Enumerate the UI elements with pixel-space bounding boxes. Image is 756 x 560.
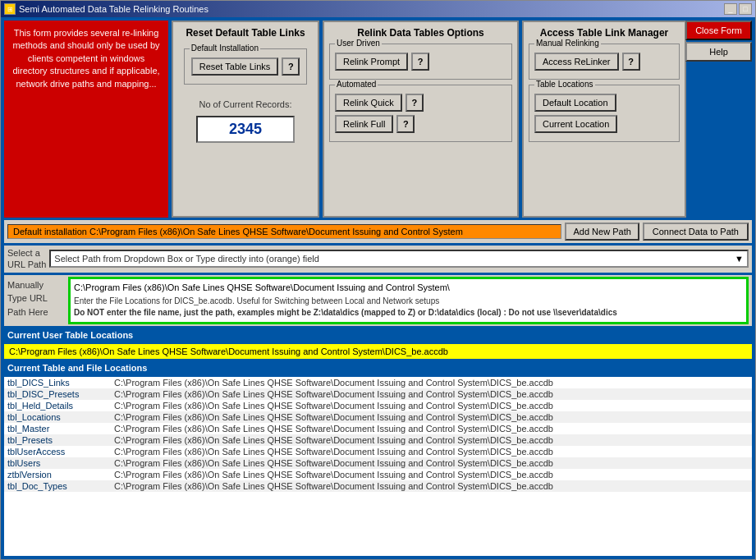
manual-relinking-label: Manual Relinking (534, 39, 601, 48)
help-btn[interactable]: Help (685, 42, 752, 62)
table-rows-container: tbl_DICS_LinksC:\Program Files (x86)\On … (4, 377, 752, 556)
manual-hint-line2: Do NOT enter the file name, just the pat… (74, 307, 743, 319)
minimize-btn[interactable]: _ (724, 3, 737, 15)
manual-relinking-group: Manual Relinking Access ReLinker ? (529, 44, 680, 80)
table-name: tbl_Doc_Types (7, 481, 114, 491)
manual-label-line2: Type URL (7, 291, 68, 305)
url-dropdown[interactable]: Select Path from Dropdown Box or Type di… (49, 250, 749, 268)
table-path: C:\Program Files (x86)\On Safe Lines QHS… (114, 447, 553, 457)
reset-section: Reset Default Table Links Default Instal… (172, 21, 319, 218)
automated-group: Automated Relink Quick ? Relink Full ? (329, 85, 512, 142)
top-row: This form provides several re-linking me… (4, 21, 752, 218)
url-label-line2: URL Path (7, 259, 46, 270)
table-name: tbl_Locations (7, 412, 114, 422)
user-driven-label: User Driven (335, 39, 382, 48)
table-row: tbl_DISC_PresetsC:\Program Files (x86)\O… (4, 388, 752, 400)
title-bar-left: ⊞ Semi Automated Data Table Relinking Ro… (4, 3, 208, 15)
table-path: C:\Program Files (x86)\On Safe Lines QHS… (114, 401, 553, 411)
manual-label-line1: Manually (7, 278, 68, 292)
current-user-path: C:\Program Files (x86)\On Safe Lines QHS… (4, 344, 752, 359)
table-name: tblUsers (7, 458, 114, 468)
table-name: tbl_Master (7, 424, 114, 434)
table-locations-label: Table Locations (534, 80, 595, 89)
main-content: This form provides several re-linking me… (1, 17, 755, 559)
maximize-btn[interactable]: □ (739, 3, 752, 15)
group-label: Default Installation (190, 44, 260, 53)
title-bar-controls: _ □ (724, 3, 752, 15)
manual-path-input[interactable] (74, 282, 743, 292)
table-locations-group: Table Locations Default Location Current… (529, 85, 680, 142)
table-name: tbl_Held_Details (7, 401, 114, 411)
relink-full-btn[interactable]: Relink Full (335, 115, 393, 133)
window-title: Semi Automated Data Table Relinking Rout… (19, 4, 208, 14)
manual-input-container: Enter the File Locations for DICS_be.aco… (68, 277, 749, 324)
info-box: This form provides several re-linking me… (4, 21, 168, 218)
reset-table-links-btn[interactable]: Reset Table Links (191, 57, 279, 76)
table-name: tblUserAccess (7, 447, 114, 457)
dropdown-arrow-icon: ▼ (735, 254, 744, 264)
table-row: tbl_DICS_LinksC:\Program Files (x86)\On … (4, 377, 752, 388)
reset-section-title: Reset Default Table Links (186, 27, 305, 39)
connect-data-to-path-btn[interactable]: Connect Data to Path (643, 223, 749, 241)
main-window: ⊞ Semi Automated Data Table Relinking Ro… (0, 0, 756, 560)
table-name: tbl_DICS_Links (7, 378, 114, 388)
automated-label: Automated (335, 80, 378, 89)
relink-section: Relink Data Tables Options User Driven R… (323, 21, 519, 218)
table-name: tbl_DISC_Presets (7, 389, 114, 399)
table-row: tblUsersC:\Program Files (x86)\On Safe L… (4, 457, 752, 469)
table-path: C:\Program Files (x86)\On Safe Lines QHS… (114, 424, 553, 434)
records-value: 2345 (196, 116, 295, 143)
access-section-title: Access Table Link Manager (529, 27, 680, 39)
path-row: Default installation C:\Program Files (x… (4, 220, 752, 243)
url-label-line1: Select a (7, 247, 46, 259)
table-path: C:\Program Files (x86)\On Safe Lines QHS… (114, 481, 553, 491)
relink-quick-help-btn[interactable]: ? (405, 94, 424, 112)
table-path: C:\Program Files (x86)\On Safe Lines QHS… (114, 378, 553, 388)
add-new-path-btn[interactable]: Add New Path (565, 223, 639, 241)
manual-hint: Enter the File Locations for DICS_be.aco… (74, 296, 743, 319)
manual-label-line3: Path Here (7, 305, 68, 319)
manual-type-row: Manually Type URL Path Here Enter the Fi… (4, 275, 752, 326)
side-buttons: Close Form Help (685, 21, 752, 62)
relink-full-help-btn[interactable]: ? (396, 115, 415, 133)
table-path: C:\Program Files (x86)\On Safe Lines QHS… (114, 412, 553, 422)
manual-type-label: Manually Type URL Path Here (7, 277, 68, 324)
table-row: tbl_Doc_TypesC:\Program Files (x86)\On S… (4, 480, 752, 492)
app-icon: ⊞ (4, 3, 16, 15)
reset-help-btn[interactable]: ? (282, 57, 300, 76)
table-row: ztblVersionC:\Program Files (x86)\On Saf… (4, 469, 752, 480)
current-user-section-title: Current User Table Locations (4, 328, 752, 342)
table-row: tblUserAccessC:\Program Files (x86)\On S… (4, 446, 752, 457)
close-form-btn[interactable]: Close Form (685, 21, 752, 40)
relink-prompt-help-btn[interactable]: ? (411, 53, 429, 71)
table-path: C:\Program Files (x86)\On Safe Lines QHS… (114, 389, 553, 399)
relink-quick-btn[interactable]: Relink Quick (335, 94, 402, 112)
access-relinker-btn[interactable]: Access ReLinker (534, 53, 619, 71)
relink-section-title: Relink Data Tables Options (329, 27, 512, 39)
table-path: C:\Program Files (x86)\On Safe Lines QHS… (114, 458, 553, 468)
url-select-row: Select a URL Path Select Path from Dropd… (4, 246, 752, 273)
table-row: tbl_MasterC:\Program Files (x86)\On Safe… (4, 423, 752, 434)
url-dropdown-placeholder: Select Path from Dropdown Box or Type di… (54, 254, 319, 264)
table-row: tbl_PresetsC:\Program Files (x86)\On Saf… (4, 434, 752, 446)
table-name: tbl_Presets (7, 435, 114, 445)
title-bar: ⊞ Semi Automated Data Table Relinking Ro… (1, 1, 755, 17)
default-location-btn[interactable]: Default Location (534, 94, 616, 112)
relink-prompt-btn[interactable]: Relink Prompt (335, 53, 408, 71)
table-row: tbl_LocationsC:\Program Files (x86)\On S… (4, 411, 752, 423)
records-label: No of Current Records: (199, 99, 291, 109)
table-path: C:\Program Files (x86)\On Safe Lines QHS… (114, 435, 553, 445)
default-installation-group: Default Installation Reset Table Links ? (184, 48, 308, 85)
access-relinker-help-btn[interactable]: ? (622, 53, 640, 71)
access-section: Access Table Link Manager Manual Relinki… (522, 21, 686, 218)
table-locations-section-title: Current Table and File Locations (4, 361, 752, 374)
default-path-display: Default installation C:\Program Files (x… (7, 224, 561, 239)
table-path: C:\Program Files (x86)\On Safe Lines QHS… (114, 470, 553, 480)
table-name: ztblVersion (7, 470, 114, 480)
url-row-label: Select a URL Path (7, 247, 46, 271)
table-row: tbl_Held_DetailsC:\Program Files (x86)\O… (4, 400, 752, 411)
info-text: This form provides several re-linking me… (12, 28, 159, 89)
manual-hint-line1: Enter the File Locations for DICS_be.aco… (74, 296, 743, 307)
current-location-btn[interactable]: Current Location (534, 115, 617, 133)
user-driven-group: User Driven Relink Prompt ? (329, 44, 512, 80)
